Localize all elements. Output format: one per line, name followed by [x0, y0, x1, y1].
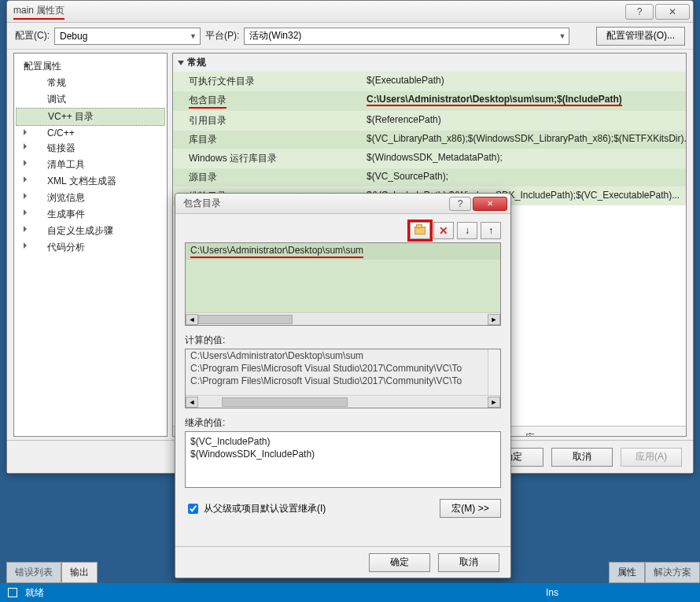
- scroll-track[interactable]: [198, 397, 488, 408]
- title-text: main 属性页: [13, 4, 64, 20]
- prop-row-reference-dirs[interactable]: 引用目录 $(ReferencePath): [173, 111, 686, 130]
- prop-label: 引用目录: [173, 112, 363, 130]
- tab-solution-explorer[interactable]: 解决方案: [645, 562, 700, 583]
- tree-item-label: XML 文档生成器: [47, 175, 116, 187]
- sub-title-text: 包含目录: [179, 197, 221, 210]
- path-list[interactable]: C:\Users\Administrator\Desktop\sum\sum ◄…: [185, 242, 501, 326]
- prop-label: 源目录: [173, 168, 363, 187]
- tree-item-label: 自定义生成步骤: [47, 225, 113, 236]
- config-combo[interactable]: Debug ▼: [54, 28, 201, 45]
- delete-line-button[interactable]: ✕: [433, 222, 454, 239]
- tree-item-linker[interactable]: 链接器: [14, 140, 167, 157]
- chevron-right-icon: [24, 193, 27, 199]
- scroll-thumb[interactable]: [198, 315, 293, 324]
- inherit-checkbox[interactable]: [188, 504, 198, 514]
- inherited-label: 继承的值:: [185, 416, 501, 430]
- tree-item-browse[interactable]: 浏览信息: [14, 190, 167, 206]
- move-up-button[interactable]: ↑: [481, 222, 501, 239]
- tree-item-label: 清单工具: [47, 159, 85, 170]
- close-button[interactable]: ✕: [655, 4, 690, 20]
- path-text: C:\Users\Administrator\Desktop\sum\sum: [190, 245, 363, 258]
- bottom-tabs-right: 属性 解决方案: [609, 562, 700, 583]
- tree-item-label: 链接器: [47, 142, 76, 153]
- chevron-down-icon: [24, 64, 30, 68]
- path-row[interactable]: C:\Users\Administrator\Desktop\sum\sum: [186, 243, 500, 260]
- chevron-down-icon: ▼: [558, 32, 566, 40]
- tree-item-label: 调试: [47, 94, 66, 105]
- group-title: 常规: [187, 56, 206, 69]
- tab-output[interactable]: 输出: [61, 562, 98, 583]
- sub-titlebar: 包含目录 ? ✕: [175, 194, 510, 214]
- new-line-button[interactable]: [410, 222, 430, 239]
- prop-row-source-dirs[interactable]: 源目录 $(VC_SourcePath);: [173, 168, 686, 187]
- chevron-right-icon: [24, 143, 27, 150]
- status-icon: [8, 588, 17, 597]
- computed-row: C:\Program Files\Microsoft Visual Studio…: [186, 362, 500, 375]
- help-button[interactable]: ?: [625, 4, 654, 20]
- chevron-right-icon: [24, 242, 27, 249]
- chevron-down-icon: ▼: [190, 32, 197, 40]
- titlebar-buttons: ? ✕: [625, 4, 690, 20]
- horizontal-scrollbar[interactable]: ◄ ►: [186, 312, 500, 325]
- computed-label: 计算的值:: [185, 334, 501, 347]
- close-button[interactable]: ✕: [473, 197, 507, 211]
- tree-item-label: VC++ 目录: [48, 111, 94, 122]
- config-manager-button[interactable]: 配置管理器(O)...: [596, 27, 685, 46]
- chevron-right-icon: [24, 226, 27, 232]
- arrow-up-icon: ↑: [488, 225, 493, 236]
- prop-label: 可执行文件目录: [173, 72, 363, 90]
- sub-dialog-footer: 确定 取消: [175, 546, 510, 578]
- computed-row: C:\Users\Administrator\Desktop\sum\sum: [186, 349, 500, 362]
- macros-button[interactable]: 宏(M) >>: [440, 499, 501, 518]
- titlebar: main 属性页 ? ✕: [7, 1, 693, 23]
- inherit-checkbox-text: 从父级或项目默认设置继承(I): [204, 502, 326, 515]
- scroll-right-button[interactable]: ►: [488, 397, 500, 408]
- group-header[interactable]: 常规: [173, 54, 686, 72]
- scroll-thumb[interactable]: [222, 397, 348, 407]
- tree-item-label: 代码分析: [47, 242, 85, 253]
- scroll-left-button[interactable]: ◄: [186, 397, 198, 408]
- window-title: main 属性页: [10, 4, 64, 20]
- status-ready-text: 就绪: [25, 586, 44, 600]
- prop-row-winrt-dirs[interactable]: Windows 运行库目录 $(WindowsSDK_MetadataPath)…: [173, 149, 686, 168]
- tree-root[interactable]: 配置属性: [14, 58, 167, 75]
- tree-item-general[interactable]: 常规: [14, 75, 167, 91]
- chevron-right-icon: [24, 176, 27, 183]
- path-list-toolbar: ✕ ↓ ↑: [185, 222, 501, 239]
- move-down-button[interactable]: ↓: [457, 222, 477, 239]
- cancel-button[interactable]: 取消: [438, 553, 499, 572]
- tree-item-code-analysis[interactable]: 代码分析: [14, 239, 167, 256]
- prop-label: 库目录: [173, 131, 363, 149]
- tree-item-label: 浏览信息: [47, 192, 85, 203]
- horizontal-scrollbar[interactable]: ◄ ►: [186, 395, 500, 408]
- chevron-right-icon: [24, 209, 27, 216]
- prop-row-library-dirs[interactable]: 库目录 $(VC_LibraryPath_x86);$(WindowsSDK_L…: [173, 130, 686, 149]
- ok-button[interactable]: 确定: [369, 553, 430, 572]
- tree-item-label: 生成事件: [47, 209, 85, 220]
- tree-item-build-events[interactable]: 生成事件: [14, 206, 167, 223]
- tree-item-xmldoc[interactable]: XML 文档生成器: [14, 173, 167, 190]
- sub-body: ✕ ↓ ↑ C:\Users\Administrator\Desktop\sum…: [175, 214, 510, 526]
- tree-item-debug[interactable]: 调试: [14, 91, 167, 108]
- tree-item-vcpp-dirs[interactable]: VC++ 目录: [16, 108, 165, 126]
- scroll-right-button[interactable]: ►: [488, 314, 500, 325]
- inherit-checkbox-label[interactable]: 从父级或项目默认设置继承(I): [185, 501, 326, 516]
- prop-value: C:\Users\Administrator\Desktop\sum\sum;$…: [363, 91, 686, 111]
- tree-item-custom-build[interactable]: 自定义生成步骤: [14, 223, 167, 239]
- prop-row-executable-dirs[interactable]: 可执行文件目录 $(ExecutablePath): [173, 72, 686, 90]
- prop-label: Windows 运行库目录: [173, 150, 363, 168]
- tab-error-list[interactable]: 错误列表: [6, 562, 61, 583]
- tree-item-label: C/C++: [47, 127, 75, 138]
- help-button[interactable]: ?: [449, 197, 471, 211]
- tree-item-cpp[interactable]: C/C++: [14, 126, 167, 140]
- tree-panel[interactable]: 配置属性 常规 调试 VC++ 目录 C/C++ 链接器 清单工具 XML 文档…: [13, 53, 168, 437]
- prop-row-include-dirs[interactable]: 包含目录 C:\Users\Administrator\Desktop\sum\…: [173, 90, 686, 111]
- tree-item-manifest[interactable]: 清单工具: [14, 157, 167, 173]
- vertical-scrollbar[interactable]: [488, 349, 500, 395]
- platform-combo[interactable]: 活动(Win32) ▼: [244, 28, 569, 45]
- scroll-left-button[interactable]: ◄: [186, 314, 198, 325]
- cancel-button[interactable]: 取消: [551, 448, 613, 467]
- apply-button[interactable]: 应用(A): [621, 448, 682, 467]
- tab-properties[interactable]: 属性: [609, 562, 645, 583]
- scroll-track[interactable]: [198, 314, 488, 325]
